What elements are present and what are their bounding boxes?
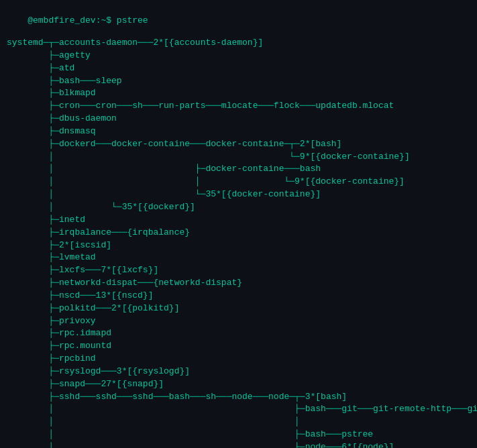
terminal-window: @embdfire_dev:~$ pstree systemd─┬─accoun…	[7, 5, 470, 448]
prompt-user: @embdfire_dev:~$ pstree	[28, 15, 148, 25]
tree-output: systemd─┬─accounts-daemon───2*[{accounts…	[7, 37, 470, 448]
prompt-line: @embdfire_dev:~$ pstree	[7, 5, 470, 36]
